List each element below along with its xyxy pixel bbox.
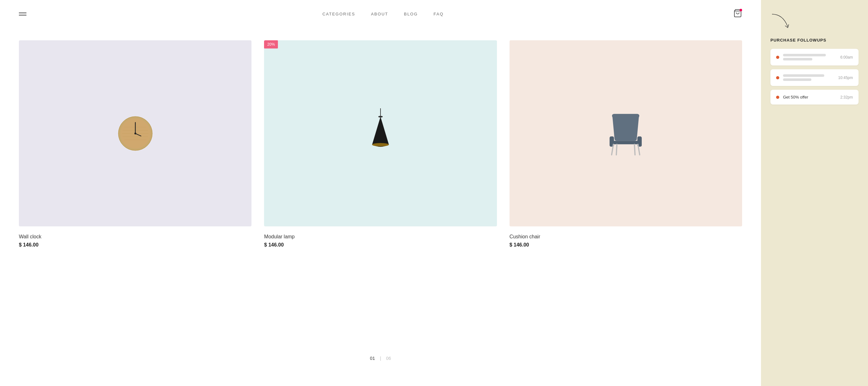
- arrow-icon: [770, 12, 793, 31]
- blog-link[interactable]: BLOG: [404, 12, 417, 17]
- followup-time-1: 6:00am: [840, 55, 853, 60]
- cushion-chair-image: [605, 112, 646, 155]
- products-grid: Wall clock $ 146.00 20%: [19, 40, 742, 350]
- followup-dot-1: [776, 56, 779, 59]
- followup-card-1[interactable]: 6:00am: [770, 49, 859, 65]
- nav-item-faq[interactable]: FAQ: [434, 11, 444, 17]
- nav-item-blog[interactable]: BLOG: [404, 11, 417, 17]
- followup-cards: 6:00am 10:45pm Get 50% offer 2:32pm: [770, 49, 859, 105]
- svg-line-19: [634, 144, 635, 155]
- about-link[interactable]: ABOUT: [371, 12, 389, 17]
- product-image-wall-clock: [19, 40, 251, 226]
- product-bg-light-blue: 20%: [264, 40, 497, 226]
- product-card-modular-lamp[interactable]: 20% Modular l: [264, 40, 497, 248]
- followup-time-2: 10:45pm: [838, 76, 853, 80]
- modular-lamp-image: [366, 108, 395, 159]
- product-card-wall-clock[interactable]: Wall clock $ 146.00: [19, 40, 251, 248]
- svg-point-13: [378, 116, 383, 117]
- followup-content-1: [783, 54, 837, 60]
- hamburger-menu[interactable]: [19, 12, 26, 16]
- followup-line-2-long: [783, 74, 824, 77]
- product-price-modular-lamp: $ 146.00: [264, 242, 497, 248]
- cart-button[interactable]: [733, 9, 742, 19]
- followup-card-2[interactable]: 10:45pm: [770, 69, 859, 86]
- nav-links: CATEGORIES ABOUT BLOG FAQ: [52, 11, 714, 17]
- svg-point-12: [372, 143, 389, 146]
- right-panel: PURCHASE FOLLOWUPS 6:00am 10:45pm Get: [761, 0, 868, 386]
- cart-badge: [740, 9, 742, 11]
- product-name-modular-lamp: Modular lamp: [264, 234, 497, 240]
- pagination-divider: |: [380, 356, 381, 361]
- product-bg-lavender: [19, 40, 251, 226]
- product-card-cushion-chair[interactable]: Cushion chair $ 146.00: [509, 40, 742, 248]
- wall-clock-image: [117, 115, 154, 152]
- product-price-cushion-chair: $ 146.00: [509, 242, 742, 248]
- followup-content-2: [783, 74, 834, 81]
- product-name-wall-clock: Wall clock: [19, 234, 251, 240]
- svg-point-10: [134, 132, 136, 135]
- pagination-current: 01: [370, 356, 375, 361]
- svg-line-18: [617, 144, 617, 155]
- followup-card-3[interactable]: Get 50% offer 2:32pm: [770, 90, 859, 105]
- product-image-modular-lamp: 20%: [264, 40, 497, 226]
- product-image-cushion-chair: [509, 40, 742, 226]
- followup-line-1-long: [783, 54, 826, 56]
- followup-dot-3: [776, 96, 779, 99]
- followup-dot-2: [776, 76, 779, 79]
- nav-item-about[interactable]: ABOUT: [371, 11, 389, 17]
- nav-item-categories[interactable]: CATEGORIES: [322, 11, 355, 17]
- followup-text-3: Get 50% offer: [783, 95, 837, 99]
- followup-line-1-short: [783, 58, 812, 60]
- faq-link[interactable]: FAQ: [434, 12, 444, 17]
- followup-line-2-short: [783, 79, 811, 81]
- followup-content-3: Get 50% offer: [783, 95, 837, 99]
- product-bg-peach: [509, 40, 742, 226]
- arrow-container: [770, 12, 859, 31]
- product-price-wall-clock: $ 146.00: [19, 242, 251, 248]
- followup-time-3: 2:32pm: [840, 95, 853, 99]
- product-name-cushion-chair: Cushion chair: [509, 234, 742, 240]
- products-section: Wall clock $ 146.00 20%: [0, 28, 761, 386]
- pagination: 01 | 06: [19, 350, 742, 367]
- navbar: CATEGORIES ABOUT BLOG FAQ: [0, 0, 761, 28]
- purchase-followups-title: PURCHASE FOLLOWUPS: [770, 38, 859, 42]
- pagination-total: 06: [386, 356, 391, 361]
- discount-badge: 20%: [264, 40, 278, 49]
- main-content: CATEGORIES ABOUT BLOG FAQ: [0, 0, 761, 386]
- categories-link[interactable]: CATEGORIES: [322, 12, 355, 17]
